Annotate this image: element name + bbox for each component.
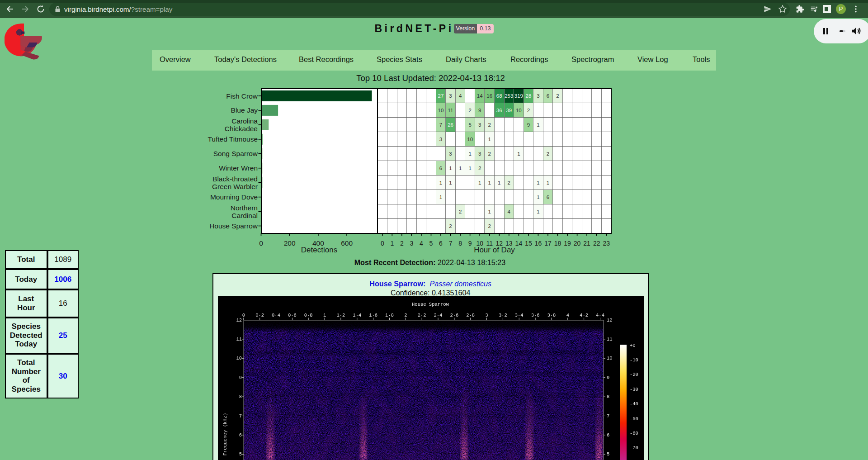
- svg-text:15: 15: [525, 240, 532, 247]
- svg-text:3: 3: [449, 151, 452, 156]
- svg-text:7: 7: [239, 413, 242, 419]
- svg-text:Frequency (kHz): Frequency (kHz): [222, 413, 228, 456]
- svg-text:23: 23: [603, 240, 610, 247]
- svg-text:1: 1: [547, 180, 549, 185]
- svg-text:1: 1: [537, 180, 539, 185]
- svg-text:0·4: 0·4: [272, 313, 280, 318]
- svg-text:200: 200: [284, 239, 296, 247]
- svg-text:0: 0: [259, 239, 263, 247]
- svg-text:1: 1: [537, 194, 539, 200]
- svg-text:10: 10: [438, 108, 444, 113]
- svg-text:6: 6: [439, 240, 443, 247]
- svg-text:319: 319: [514, 93, 523, 99]
- svg-text:36: 36: [496, 108, 502, 113]
- svg-text:-40: -40: [630, 401, 638, 407]
- svg-text:3·2: 3·2: [499, 313, 507, 318]
- svg-text:4: 4: [566, 313, 569, 318]
- svg-text:3: 3: [485, 313, 488, 318]
- svg-text:1: 1: [488, 180, 491, 185]
- svg-text:9: 9: [478, 108, 481, 113]
- svg-text:19: 19: [564, 240, 571, 247]
- svg-text:1: 1: [468, 166, 471, 171]
- svg-text:4: 4: [508, 209, 511, 214]
- svg-text:1: 1: [498, 180, 500, 185]
- svg-text:1: 1: [449, 180, 452, 185]
- svg-text:16: 16: [535, 240, 542, 247]
- svg-text:9: 9: [239, 375, 242, 380]
- svg-text:11: 11: [448, 108, 453, 113]
- svg-text:6: 6: [547, 93, 549, 99]
- svg-text:5: 5: [607, 451, 609, 457]
- svg-text:2: 2: [488, 122, 491, 128]
- svg-text:4·2: 4·2: [580, 313, 588, 318]
- svg-text:3·6: 3·6: [531, 313, 540, 318]
- svg-text:2: 2: [459, 209, 462, 214]
- svg-text:1: 1: [449, 166, 452, 171]
- svg-text:4: 4: [420, 240, 423, 247]
- svg-text:2: 2: [556, 93, 559, 99]
- svg-text:6: 6: [239, 432, 242, 438]
- svg-text:9: 9: [527, 122, 530, 128]
- svg-text:3·4: 3·4: [515, 313, 524, 318]
- svg-text:3: 3: [410, 240, 414, 247]
- svg-text:6: 6: [607, 432, 609, 438]
- svg-text:-70: -70: [630, 445, 638, 451]
- svg-text:9: 9: [468, 240, 472, 247]
- svg-text:11: 11: [607, 337, 613, 342]
- svg-text:2: 2: [449, 223, 452, 229]
- svg-text:18: 18: [554, 240, 561, 247]
- svg-text:2·4: 2·4: [434, 313, 443, 318]
- svg-text:7: 7: [439, 122, 442, 128]
- svg-text:6: 6: [547, 194, 549, 200]
- svg-text:5: 5: [239, 451, 242, 457]
- svg-text:17: 17: [544, 240, 552, 247]
- svg-text:12: 12: [607, 318, 613, 323]
- svg-text:-20: -20: [630, 372, 638, 377]
- svg-text:Northern: Northern: [231, 204, 258, 212]
- svg-text:68: 68: [496, 93, 502, 99]
- svg-text:0·6: 0·6: [288, 313, 297, 318]
- svg-text:22: 22: [593, 240, 600, 247]
- svg-text:2: 2: [478, 166, 481, 171]
- svg-text:1: 1: [537, 209, 539, 214]
- svg-text:0·8: 0·8: [304, 313, 313, 318]
- svg-text:0: 0: [381, 240, 384, 247]
- svg-text:4: 4: [459, 93, 462, 99]
- svg-text:8: 8: [458, 240, 462, 247]
- svg-text:9: 9: [607, 375, 609, 380]
- svg-text:20: 20: [574, 240, 581, 247]
- svg-text:Green Warbler: Green Warbler: [212, 183, 258, 190]
- svg-text:House Sparrow: House Sparrow: [209, 222, 258, 230]
- svg-text:2: 2: [547, 151, 549, 156]
- svg-text:14: 14: [477, 93, 483, 99]
- svg-text:2·6: 2·6: [450, 313, 458, 318]
- svg-text:-60: -60: [630, 431, 638, 436]
- svg-text:10: 10: [516, 108, 522, 113]
- svg-text:7: 7: [607, 413, 609, 419]
- svg-text:253: 253: [505, 93, 513, 99]
- svg-text:1: 1: [323, 313, 326, 318]
- svg-text:1·8: 1·8: [385, 313, 394, 318]
- svg-text:1: 1: [537, 122, 539, 128]
- svg-text:3: 3: [449, 93, 452, 99]
- svg-text:Chickadee: Chickadee: [225, 125, 258, 133]
- svg-text:8: 8: [607, 394, 609, 399]
- svg-text:1·6: 1·6: [369, 313, 377, 318]
- svg-text:7: 7: [449, 240, 453, 247]
- svg-text:4·4: 4·4: [596, 313, 604, 318]
- svg-text:Fish Crow: Fish Crow: [226, 92, 258, 100]
- svg-text:1: 1: [488, 209, 491, 214]
- svg-text:10: 10: [607, 356, 613, 361]
- svg-text:-50: -50: [630, 416, 638, 422]
- svg-text:Carolina: Carolina: [231, 117, 258, 125]
- svg-text:1: 1: [439, 180, 442, 185]
- svg-text:1: 1: [517, 151, 520, 156]
- svg-text:1: 1: [478, 180, 481, 185]
- svg-text:Detections: Detections: [301, 246, 337, 254]
- svg-text:26: 26: [448, 122, 453, 128]
- svg-text:-30: -30: [630, 387, 638, 392]
- svg-text:1: 1: [468, 151, 471, 156]
- svg-text:27: 27: [438, 93, 444, 99]
- svg-text:Song Sparrow: Song Sparrow: [213, 150, 258, 157]
- svg-text:14: 14: [515, 240, 523, 247]
